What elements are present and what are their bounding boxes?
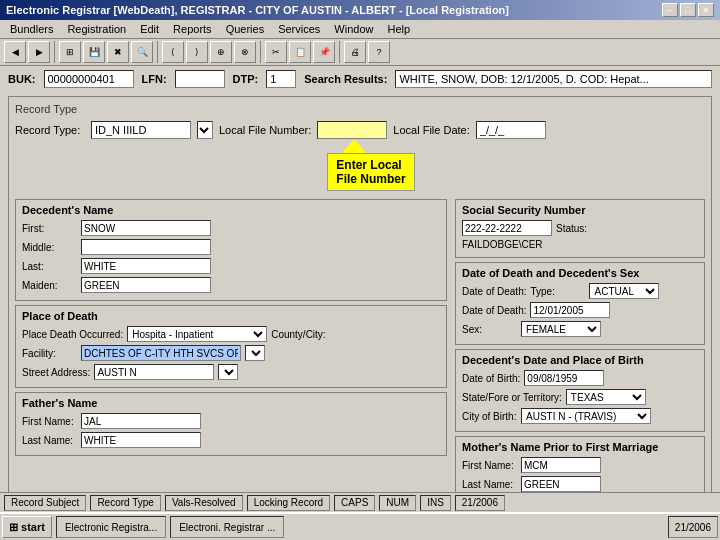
mother-first-label: First Name: xyxy=(462,460,517,471)
toolbar-btn-9[interactable]: ⊕ xyxy=(210,41,232,63)
street-row: Street Address: xyxy=(22,364,440,380)
father-first-label: First Name: xyxy=(22,416,77,427)
father-last-input[interactable] xyxy=(81,432,201,448)
father-first-row: First Name: xyxy=(22,413,440,429)
window-title: Electronic Registrar [WebDeath], REGISTR… xyxy=(6,4,509,16)
menu-edit[interactable]: Edit xyxy=(134,22,165,36)
dot-date-input[interactable] xyxy=(530,302,610,318)
first-name-input[interactable] xyxy=(81,220,211,236)
record-type-input[interactable] xyxy=(91,121,191,139)
toolbar-btn-1[interactable]: ◀ xyxy=(4,41,26,63)
tooltip-container: Enter LocalFile Number xyxy=(327,139,414,191)
father-last-row: Last Name: xyxy=(22,432,440,448)
place-death-select[interactable]: Hospita - Inpatient xyxy=(127,326,267,342)
facility-input[interactable] xyxy=(81,345,241,361)
fathers-name-title: Father's Name xyxy=(22,397,440,409)
local-file-date-label: Local File Date: xyxy=(393,124,469,136)
city-row: City of Birth: AUSTI N - (TRAVIS) xyxy=(462,408,698,424)
first-name-row: First: xyxy=(22,220,440,236)
date-of-death-section: Date of Death and Decedent's Sex Date of… xyxy=(455,262,705,345)
start-button[interactable]: ⊞ start xyxy=(2,516,52,538)
maximize-button[interactable]: □ xyxy=(680,3,696,17)
buk-label: BUK: xyxy=(8,73,36,85)
tooltip-arrow xyxy=(342,139,366,153)
toolbar-sep-3 xyxy=(260,41,261,63)
menu-help[interactable]: Help xyxy=(381,22,416,36)
ssn-status-row: FAILDOBGE\CER xyxy=(462,239,698,250)
ssn-title: Social Security Number xyxy=(462,204,698,216)
dot-value-row: Date of Death: xyxy=(462,302,698,318)
toolbar-btn-15[interactable]: ? xyxy=(368,41,390,63)
record-type-section: Record Type Record Type: Local File Numb… xyxy=(8,96,712,502)
sex-select[interactable]: FEMALE xyxy=(521,321,601,337)
dob-input[interactable] xyxy=(524,370,604,386)
facility-select[interactable] xyxy=(245,345,265,361)
decedents-name-section: Decedent's Name First: Middle: Last: xyxy=(15,199,447,301)
status-caps: CAPS xyxy=(334,495,375,511)
record-type-select[interactable] xyxy=(197,121,213,139)
decedents-name-title: Decedent's Name xyxy=(22,204,440,216)
toolbar-btn-10[interactable]: ⊗ xyxy=(234,41,256,63)
toolbar-btn-3[interactable]: ⊞ xyxy=(59,41,81,63)
maiden-name-input[interactable] xyxy=(81,277,211,293)
menu-queries[interactable]: Queries xyxy=(220,22,271,36)
toolbar-btn-5[interactable]: ✖ xyxy=(107,41,129,63)
title-bar: Electronic Registrar [WebDeath], REGISTR… xyxy=(0,0,720,20)
lfn-input[interactable] xyxy=(175,70,225,88)
last-name-input[interactable] xyxy=(81,258,211,274)
county-label: County/City: xyxy=(271,329,326,340)
toolbar-btn-2[interactable]: ▶ xyxy=(28,41,50,63)
father-first-input[interactable] xyxy=(81,413,201,429)
taskbar-item-1[interactable]: Electronic Registra... xyxy=(56,516,166,538)
toolbar-btn-4[interactable]: 💾 xyxy=(83,41,105,63)
toolbar-btn-12[interactable]: 📋 xyxy=(289,41,311,63)
status-date: 21/2006 xyxy=(455,495,505,511)
buk-input[interactable] xyxy=(44,70,134,88)
facility-label: Facility: xyxy=(22,348,77,359)
middle-name-input[interactable] xyxy=(81,239,211,255)
dot-label: Date of Death: xyxy=(462,286,526,297)
window: Electronic Registrar [WebDeath], REGISTR… xyxy=(0,0,720,540)
title-bar-buttons: ─ □ ✕ xyxy=(662,3,714,17)
toolbar-btn-6[interactable]: 🔍 xyxy=(131,41,153,63)
toolbar-btn-7[interactable]: ⟨ xyxy=(162,41,184,63)
mother-last-label: Last Name: xyxy=(462,479,517,490)
toolbar-btn-11[interactable]: ✂ xyxy=(265,41,287,63)
last-name-row: Last: xyxy=(22,258,440,274)
place-of-death-section: Place of Death Place Death Occurred: Hos… xyxy=(15,305,447,388)
dot-type-select[interactable]: ACTUAL xyxy=(589,283,659,299)
dot-date-label: Date of Death: xyxy=(462,305,526,316)
ssn-input[interactable] xyxy=(462,220,552,236)
search-results-label: Search Results: xyxy=(304,73,387,85)
taskbar-clock: 21/2006 xyxy=(668,516,718,538)
toolbar-btn-8[interactable]: ⟩ xyxy=(186,41,208,63)
minimize-button[interactable]: ─ xyxy=(662,3,678,17)
search-results-input[interactable] xyxy=(395,70,712,88)
mother-last-input[interactable] xyxy=(521,476,601,492)
toolbar-btn-14[interactable]: 🖨 xyxy=(344,41,366,63)
local-file-input[interactable] xyxy=(317,121,387,139)
close-button[interactable]: ✕ xyxy=(698,3,714,17)
place-death-label: Place Death Occurred: xyxy=(22,329,123,340)
state-select[interactable]: TEXAS xyxy=(566,389,646,405)
street-label: Street Address: xyxy=(22,367,90,378)
taskbar: ⊞ start Electronic Registra... Electroni… xyxy=(0,512,720,540)
local-file-date-input[interactable] xyxy=(476,121,546,139)
menu-bundlers[interactable]: Bundlers xyxy=(4,22,59,36)
toolbar-btn-13[interactable]: 📌 xyxy=(313,41,335,63)
city-select[interactable]: AUSTI N - (TRAVIS) xyxy=(521,408,651,424)
menu-reports[interactable]: Reports xyxy=(167,22,218,36)
dtp-input[interactable] xyxy=(266,70,296,88)
menu-window[interactable]: Window xyxy=(328,22,379,36)
menu-registration[interactable]: Registration xyxy=(61,22,132,36)
street-input[interactable] xyxy=(94,364,214,380)
street-select[interactable] xyxy=(218,364,238,380)
first-name-label: First: xyxy=(22,223,77,234)
state-row: State/Fore or Territory: TEXAS xyxy=(462,389,698,405)
mother-first-input[interactable] xyxy=(521,457,601,473)
taskbar-item-2[interactable]: Electroni. Registrar ... xyxy=(170,516,284,538)
menu-services[interactable]: Services xyxy=(272,22,326,36)
clock-time: 21/2006 xyxy=(675,522,711,533)
status-record-type: Record Type xyxy=(90,495,161,511)
mothers-name-section: Mother's Name Prior to First Marriage Fi… xyxy=(455,436,705,500)
